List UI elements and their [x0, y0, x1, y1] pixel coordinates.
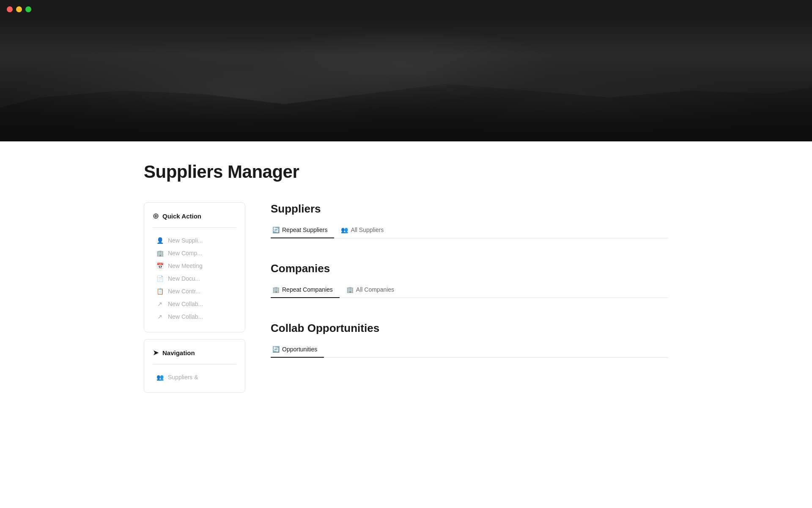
- collab-icon-1: ↗: [156, 301, 164, 307]
- main-panel: Suppliers 🔄 Repeat Suppliers 👥 All Suppl…: [271, 202, 668, 381]
- building-icon-2: 🏢: [346, 286, 354, 293]
- companies-tabs: 🏢 Repeat Companies 🏢 All Companies: [271, 282, 668, 298]
- opportunities-icon: 🔄: [272, 346, 280, 353]
- suppliers-section: Suppliers 🔄 Repeat Suppliers 👥 All Suppl…: [271, 202, 668, 238]
- nav-item[interactable]: 👥 Suppliers &: [153, 371, 236, 383]
- repeat-suppliers-label: Repeat Suppliers: [282, 226, 327, 233]
- tab-opportunities[interactable]: 🔄 Opportunities: [271, 342, 324, 358]
- suppliers-nav-label: Suppliers &: [168, 374, 198, 381]
- all-companies-label: All Companies: [356, 286, 394, 293]
- opportunities-label: Opportunities: [282, 346, 317, 353]
- new-collab-label-2: New Collab...: [168, 313, 203, 320]
- quick-action-item[interactable]: 📄 New Docu...: [153, 273, 236, 284]
- quick-action-title: Quick Action: [162, 213, 201, 220]
- quick-action-card: ⊕ Quick Action 👤 New Suppli... 🏢 New Com…: [144, 202, 245, 332]
- close-button[interactable]: [7, 6, 13, 12]
- new-collab-label-1: New Collab...: [168, 301, 203, 307]
- collab-icon-2: ↗: [156, 313, 164, 320]
- navigation-header: ➤ Navigation: [153, 348, 236, 364]
- new-company-label: New Comp...: [168, 250, 202, 257]
- all-suppliers-label: All Suppliers: [351, 226, 384, 233]
- new-meeting-label: New Meeting: [168, 262, 203, 269]
- building-icon-1: 🏢: [272, 286, 280, 293]
- calendar-icon: 📅: [156, 262, 164, 269]
- quick-action-header: ⊕ Quick Action: [153, 211, 236, 228]
- suppliers-title: Suppliers: [271, 202, 668, 215]
- collab-tabs: 🔄 Opportunities: [271, 342, 668, 358]
- document-icon: 📄: [156, 275, 164, 282]
- contract-icon: 📋: [156, 288, 164, 295]
- person-icon: 👤: [156, 237, 164, 244]
- main-content: Suppliers Manager ⊕ Quick Action 👤 New S…: [110, 141, 702, 413]
- company-icon: 🏢: [156, 250, 164, 257]
- new-contract-label: New Contr...: [168, 288, 200, 295]
- maximize-button[interactable]: [25, 6, 31, 12]
- repeat-companies-label: Repeat Companies: [282, 286, 333, 293]
- collab-section: Collab Opportunities 🔄 Opportunities: [271, 322, 668, 358]
- companies-title: Companies: [271, 262, 668, 275]
- tab-all-suppliers[interactable]: 👥 All Suppliers: [339, 222, 390, 238]
- page-title: Suppliers Manager: [144, 162, 668, 182]
- content-layout: ⊕ Quick Action 👤 New Suppli... 🏢 New Com…: [144, 202, 668, 393]
- quick-action-item[interactable]: 📅 New Meeting: [153, 260, 236, 272]
- sidebar: ⊕ Quick Action 👤 New Suppli... 🏢 New Com…: [144, 202, 245, 393]
- repeat-icon: 🔄: [272, 226, 280, 233]
- quick-action-item[interactable]: 📋 New Contr...: [153, 285, 236, 297]
- new-document-label: New Docu...: [168, 275, 200, 282]
- quick-action-item[interactable]: ↗ New Collab...: [153, 298, 236, 310]
- quick-action-item[interactable]: 🏢 New Comp...: [153, 247, 236, 259]
- plus-circle-icon: ⊕: [153, 211, 159, 221]
- titlebar: [0, 0, 812, 19]
- quick-action-item[interactable]: 👤 New Suppli...: [153, 235, 236, 246]
- suppliers-nav-icon: 👥: [156, 374, 164, 381]
- quick-action-item[interactable]: ↗ New Collab...: [153, 311, 236, 323]
- suppliers-tabs: 🔄 Repeat Suppliers 👥 All Suppliers: [271, 222, 668, 238]
- hero-banner: [0, 19, 812, 141]
- tab-all-companies[interactable]: 🏢 All Companies: [345, 282, 401, 298]
- tab-repeat-suppliers[interactable]: 🔄 Repeat Suppliers: [271, 222, 334, 238]
- new-supplier-label: New Suppli...: [168, 237, 203, 244]
- navigation-icon: ➤: [153, 348, 159, 357]
- companies-section: Companies 🏢 Repeat Companies 🏢 All Compa…: [271, 262, 668, 298]
- navigation-card: ➤ Navigation 👥 Suppliers &: [144, 339, 245, 393]
- minimize-button[interactable]: [16, 6, 22, 12]
- navigation-title: Navigation: [162, 349, 195, 356]
- tab-repeat-companies[interactable]: 🏢 Repeat Companies: [271, 282, 340, 298]
- group-icon: 👥: [341, 226, 348, 233]
- collab-title: Collab Opportunities: [271, 322, 668, 335]
